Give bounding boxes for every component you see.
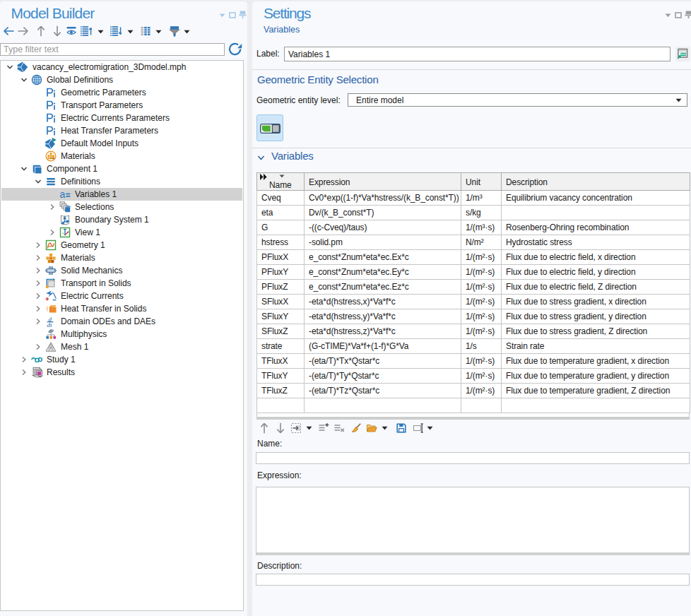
svg-text:a: a: [60, 189, 66, 200]
